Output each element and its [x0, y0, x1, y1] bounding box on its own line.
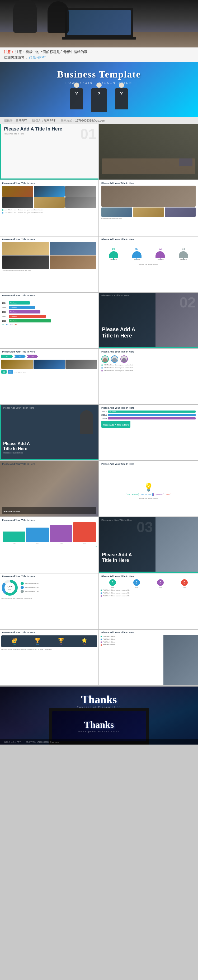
trophy-3: 🏆 Title [58, 638, 64, 645]
slide-3-right: Please Add Your Title In Here 01 Title H… [99, 237, 198, 292]
avatar-3 [120, 355, 128, 363]
step-1: 03 [1, 355, 13, 358]
avatar-row [101, 355, 196, 363]
thumb-3 [65, 360, 97, 369]
slide-1-number: 01 [80, 126, 96, 142]
text: Add Title In Here [103, 635, 115, 638]
umbrella-4: 04 Title Here [179, 248, 188, 260]
teal-accent [99, 347, 198, 348]
photo-5 [34, 197, 65, 208]
umbrella-2: 02 Title Here [132, 248, 142, 260]
figure-3: ? [115, 88, 128, 110]
step-2: 04 [14, 355, 26, 358]
thumb-1 [1, 360, 33, 369]
avatar-2 [111, 355, 118, 363]
slide-8-left-title: Please Add Your Title In Here [2, 519, 35, 522]
author-bar: 编辑者：黑马PPT 版权方：黑马PPT 联系方式：17798003318@qq.… [0, 117, 198, 124]
tag-4: Skills [165, 493, 171, 496]
text: Add Title In Here - content placeholder [103, 592, 130, 594]
slide-9-right: Please Add Your Title In Here A Title B [99, 573, 198, 629]
tag-1: Add Education [126, 493, 139, 496]
figure-2: ? [91, 88, 107, 112]
top-photo-banner [0, 0, 198, 48]
timeline-bar-3: Title Here [9, 310, 40, 313]
badge-02: 02 [8, 370, 13, 374]
bar-1 [3, 531, 26, 542]
dot [101, 590, 102, 591]
slide-row-4: Please Add Your Title In Here 2014 Title… [0, 293, 198, 348]
slide-5-right-title: Please Add Your Title In Here [101, 350, 134, 353]
content-text: Add Title Here - Lorem ipsum content tex… [104, 364, 133, 366]
photo-2 [34, 186, 65, 197]
slide-9-left-title: Please Add Your Title In Here [2, 575, 35, 578]
photo-3 [65, 186, 96, 197]
content-text: Add Title Here - Lorem ipsum content tex… [104, 367, 133, 369]
notice-line2: 欢迎关注微博： @黑马PPT [4, 55, 194, 60]
icon-item-4: D Title [181, 579, 188, 588]
icon-item-3: C Title [157, 579, 164, 588]
photo-4 [2, 197, 33, 208]
slide-row-5: Please Add Your Title In Here 03 04 Titl… [0, 349, 198, 404]
slide-row-9: Please Add Your Title In Here 1,754 Tota… [0, 573, 198, 629]
slide-10-left: Please Add Your Title In Here 👑 Title 🏆 … [0, 630, 99, 685]
dot [2, 212, 3, 213]
slide-4-right: Please Add A Title In Here Please Add AT… [99, 293, 198, 348]
slide-7-right-title: Please Add Your Title In Here [101, 463, 134, 465]
content-text: Add Title In Here - Content text goes he… [5, 212, 43, 214]
slide-10-left-title: Please Add Your Title In Here [2, 631, 35, 634]
dot [101, 641, 102, 643]
author-name: 编辑者：黑马PPT [4, 119, 27, 123]
teal-accent [0, 178, 99, 180]
teal-accent [0, 459, 99, 460]
slide-8-left: Please Add Your Title In Here 2014 2015 … [0, 517, 99, 573]
figure-head-3 [119, 83, 124, 88]
slide-1-photo [99, 124, 198, 180]
timeline-bar-5: Title Here [9, 319, 51, 323]
slide-4-right-title: Please Add A Title In Here [101, 294, 129, 297]
thanks-subtitle-inner: Powerpoint Presentation [78, 730, 120, 733]
slide-row-10: Please Add Your Title In Here 👑 Title 🏆 … [0, 630, 198, 685]
author-source: 版权方：黑马PPT [32, 119, 55, 123]
header-figures: ? ? ? [5, 88, 193, 112]
slide-10-right-title: Please Add Your Title In Here [101, 631, 134, 634]
trophy-2: 🏆 Title [35, 638, 40, 645]
icon-item-1: A Title [109, 579, 116, 588]
bulb-icon: 💡 [144, 482, 153, 492]
figure-1: ? [70, 88, 83, 110]
photo-caption: Add Title In Here [2, 507, 96, 514]
accent-bar [0, 124, 1, 180]
thumb-2 [34, 360, 65, 369]
dot [101, 636, 102, 637]
thanks-main-subtitle: Powerpoint Presentation [77, 706, 121, 708]
slide-1: Please Add A Title In Here Please Add Ti… [0, 124, 99, 180]
slide-3-right-title: Please Add Your Title In Here [101, 238, 134, 241]
up-arrow-icon: ↑ [95, 545, 97, 549]
figure-head-1 [74, 83, 79, 88]
slide-8-right: Please Add Your Title In Here Please Add… [99, 517, 198, 573]
content-text: Add Title Here - Lorem ipsum content tex… [104, 370, 133, 372]
timeline-bar-4: Title Here [9, 315, 46, 318]
dot [101, 370, 103, 371]
umbrella-1: 01 Title Here [109, 248, 118, 260]
slide-3-left: Please Add Your Title In Here Content de… [0, 237, 99, 292]
tag-3: Experience [153, 493, 164, 496]
dot [101, 367, 103, 369]
badge-01: 01 [1, 370, 6, 374]
svg-text:Total: Total [8, 589, 12, 590]
header-banner: Business Template POWERPOINT PRESENTATIO… [0, 62, 198, 117]
teal-box: Please Add A Title in Here [101, 421, 131, 428]
slide-2: Please Add Your Title In Here Add Title … [0, 180, 99, 236]
thanks-laptop: Thanks Powerpoint Presentation [49, 708, 149, 745]
dot [101, 595, 102, 597]
dot [101, 364, 103, 366]
legend-dot-1 [21, 582, 24, 585]
slide-5-left-title: Please Add Your Title In Here [2, 350, 35, 353]
thanks-slide: Thanks Powerpoint Presentation Thanks Po… [0, 687, 198, 745]
dot [101, 644, 102, 646]
thanks-footer: 编辑者：黑马PPT 联系方式：17798003318@qq.com [0, 739, 198, 745]
bar-4 [73, 522, 96, 542]
trophy-1: 👑 Title [11, 638, 17, 645]
slide-2-title: Please Add Your Title In Here [2, 182, 35, 185]
legend-dot-3 [21, 590, 24, 593]
content-text: Add Title In Here - Content text goes he… [5, 209, 43, 211]
